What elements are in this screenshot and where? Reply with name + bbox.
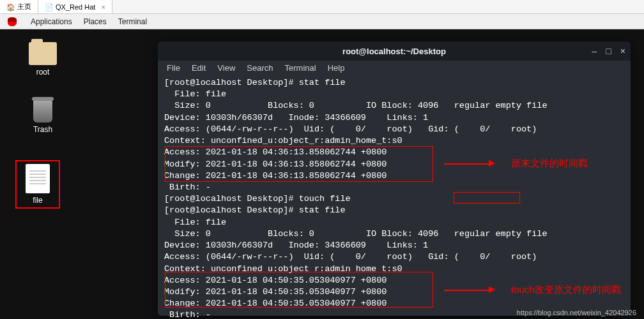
annotation-box-1 bbox=[165, 146, 433, 182]
home-icon: 🏠 bbox=[6, 3, 14, 11]
terminal-line: Access: (0644/-rw-r--r--) Uid: ( 0/ root… bbox=[164, 124, 624, 135]
desktop-icon-root[interactable]: root bbox=[20, 42, 65, 77]
window-controls: – □ × bbox=[592, 46, 625, 56]
icon-label: file bbox=[19, 196, 56, 205]
terminal-line: [root@localhost Desktop]# touch file bbox=[164, 193, 624, 205]
tab-label: 主页 bbox=[17, 2, 31, 11]
browser-tabs: 🏠 主页 📄 QX_Red Hat × bbox=[0, 0, 644, 14]
terminal-line: Access: (0644/-rw-r--r--) Uid: ( 0/ root… bbox=[164, 251, 624, 263]
close-icon[interactable]: × bbox=[101, 3, 105, 11]
icon-label: root bbox=[20, 68, 65, 77]
term-menu-file[interactable]: File bbox=[167, 63, 180, 73]
file-icon bbox=[26, 164, 50, 193]
terminal-menubar: File Edit View Search Terminal Help bbox=[158, 61, 631, 75]
term-menu-terminal[interactable]: Terminal bbox=[285, 63, 316, 73]
desktop-area: root Trash file root@localhost:~/Desktop… bbox=[0, 29, 644, 319]
tab-home[interactable]: 🏠 主页 bbox=[0, 0, 38, 13]
trash-icon bbox=[33, 100, 52, 122]
terminal-line: Birth: - bbox=[164, 182, 624, 193]
annotation-text-2: touch改变原文件的时间戳 bbox=[511, 284, 621, 296]
menu-places[interactable]: Places bbox=[84, 17, 107, 26]
menu-terminal[interactable]: Terminal bbox=[118, 17, 147, 26]
tab-label: QX_Red Hat bbox=[56, 3, 95, 11]
arrow-head-icon bbox=[489, 286, 495, 293]
term-menu-help[interactable]: Help bbox=[328, 63, 345, 73]
redhat-logo-icon bbox=[8, 17, 17, 26]
icon-label: Trash bbox=[20, 125, 65, 134]
watermark-text: https://blog.csdn.net/weixin_42042926 bbox=[517, 309, 636, 316]
terminal-titlebar[interactable]: root@localhost:~/Desktop – □ × bbox=[158, 41, 631, 61]
arrow-1-line bbox=[444, 163, 489, 165]
terminal-line: Device: 10303h/66307d Inode: 34366609 Li… bbox=[164, 112, 624, 124]
doc-icon: 📄 bbox=[45, 3, 52, 11]
annotation-box-2 bbox=[165, 272, 433, 308]
terminal-line: Size: 0 Blocks: 0 IO Block: 4096 regular… bbox=[164, 100, 624, 112]
terminal-line: Context: unconfined_u:object_r:admin_hom… bbox=[164, 135, 624, 147]
desktop-icon-file[interactable]: file bbox=[15, 160, 60, 209]
gnome-menubar: Applications Places Terminal bbox=[0, 14, 644, 29]
desktop-icon-trash[interactable]: Trash bbox=[20, 100, 65, 134]
maximize-icon[interactable]: □ bbox=[606, 46, 611, 56]
term-menu-search[interactable]: Search bbox=[247, 63, 273, 73]
term-menu-edit[interactable]: Edit bbox=[192, 63, 206, 73]
annotation-text-1: 原来文件的时间戳 bbox=[511, 158, 588, 170]
minimize-icon[interactable]: – bbox=[592, 46, 597, 56]
close-icon[interactable]: × bbox=[620, 46, 625, 56]
terminal-title: root@localhost:~/Desktop bbox=[342, 47, 446, 56]
terminal-line: Size: 0 Blocks: 0 IO Block: 4096 regular… bbox=[164, 228, 624, 240]
annotation-box-touch bbox=[454, 192, 520, 204]
term-menu-view[interactable]: View bbox=[217, 63, 235, 73]
tab-redhat[interactable]: 📄 QX_Red Hat × bbox=[38, 0, 112, 13]
terminal-line: [root@localhost Desktop]# stat file bbox=[164, 77, 624, 89]
arrow-head-icon bbox=[489, 160, 495, 167]
terminal-line: File: file bbox=[164, 89, 624, 100]
arrow-2-line bbox=[444, 290, 489, 291]
terminal-line: Device: 10303h/66307d Inode: 34366609 Li… bbox=[164, 240, 624, 251]
terminal-line: File: file bbox=[164, 217, 624, 228]
folder-icon bbox=[29, 42, 57, 65]
menu-applications[interactable]: Applications bbox=[31, 17, 72, 26]
terminal-line: [root@localhost Desktop]# stat file bbox=[164, 205, 624, 216]
